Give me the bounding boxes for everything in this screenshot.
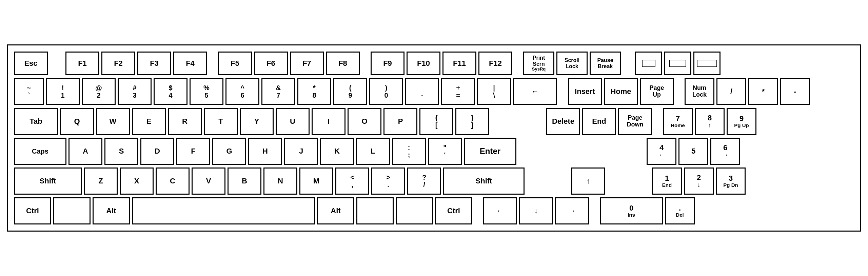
- key-comma[interactable]: < ,: [335, 167, 369, 195]
- key-o[interactable]: O: [348, 108, 381, 135]
- key-a[interactable]: A: [68, 138, 102, 165]
- key-equals[interactable]: + =: [441, 78, 475, 105]
- key-space[interactable]: [132, 197, 315, 224]
- key-end[interactable]: End: [582, 108, 616, 135]
- key-8[interactable]: * 8: [297, 78, 331, 105]
- key-z[interactable]: Z: [84, 167, 118, 195]
- key-h[interactable]: H: [248, 138, 282, 165]
- key-e[interactable]: E: [132, 108, 166, 135]
- key-left-shift[interactable]: Shift: [14, 167, 82, 195]
- key-num-5[interactable]: 5: [678, 138, 708, 165]
- key-num-9[interactable]: 9 Pg Up: [727, 108, 756, 135]
- key-left-ctrl[interactable]: Ctrl: [14, 197, 51, 224]
- key-page-up[interactable]: Page Up: [640, 78, 674, 105]
- key-period[interactable]: > .: [371, 167, 405, 195]
- key-num-8[interactable]: 8 ↑: [695, 108, 725, 135]
- key-l[interactable]: L: [356, 138, 390, 165]
- key-w[interactable]: W: [96, 108, 130, 135]
- key-num-2[interactable]: 2 ↓: [684, 167, 714, 195]
- key-tilde[interactable]: ~ `: [14, 78, 44, 105]
- key-minus[interactable]: _ -: [405, 78, 439, 105]
- key-f7[interactable]: F7: [290, 52, 324, 75]
- key-q[interactable]: Q: [60, 108, 94, 135]
- key-num-multiply[interactable]: *: [748, 78, 778, 105]
- key-scroll-lock[interactable]: Scroll Lock: [556, 52, 588, 75]
- key-1[interactable]: ! 1: [46, 78, 80, 105]
- key-backslash[interactable]: | \: [477, 78, 511, 105]
- key-insert[interactable]: Insert: [568, 78, 602, 105]
- key-caps-lock[interactable]: Caps: [14, 138, 66, 165]
- key-arrow-left[interactable]: ←: [483, 197, 517, 224]
- key-f12[interactable]: F12: [478, 52, 512, 75]
- key-page-down[interactable]: Page Down: [618, 108, 652, 135]
- key-num-1[interactable]: 1 End: [652, 167, 682, 195]
- key-left-win[interactable]: [53, 197, 91, 224]
- key-media-2[interactable]: [664, 52, 691, 75]
- key-arrow-right[interactable]: →: [555, 197, 589, 224]
- key-num-0[interactable]: 0 Ins: [600, 197, 663, 224]
- key-slash[interactable]: ? /: [407, 167, 441, 195]
- key-p[interactable]: P: [383, 108, 417, 135]
- key-f4[interactable]: F4: [173, 52, 207, 75]
- key-arrow-down[interactable]: ↓: [519, 197, 553, 224]
- key-3[interactable]: # 3: [118, 78, 152, 105]
- key-f3[interactable]: F3: [137, 52, 171, 75]
- key-v[interactable]: V: [192, 167, 225, 195]
- key-c[interactable]: C: [156, 167, 190, 195]
- key-2[interactable]: @ 2: [82, 78, 116, 105]
- key-s[interactable]: S: [104, 138, 138, 165]
- key-num-7[interactable]: 7 Home: [663, 108, 693, 135]
- key-i[interactable]: I: [312, 108, 346, 135]
- key-t[interactable]: T: [204, 108, 238, 135]
- key-semicolon[interactable]: : ;: [392, 138, 426, 165]
- key-m[interactable]: M: [299, 167, 333, 195]
- key-d[interactable]: D: [140, 138, 174, 165]
- key-f6[interactable]: F6: [254, 52, 288, 75]
- key-menu[interactable]: [396, 197, 433, 224]
- key-0[interactable]: ) 0: [369, 78, 403, 105]
- key-enter[interactable]: Enter: [464, 138, 516, 165]
- key-media-1[interactable]: [635, 52, 662, 75]
- key-f11[interactable]: F11: [442, 52, 476, 75]
- key-right-shift[interactable]: Shift: [443, 167, 525, 195]
- key-9[interactable]: ( 9: [333, 78, 367, 105]
- key-num-3[interactable]: 3 Pg Dn: [716, 167, 746, 195]
- key-close-bracket[interactable]: } ]: [455, 108, 489, 135]
- key-home[interactable]: Home: [604, 78, 638, 105]
- key-right-ctrl[interactable]: Ctrl: [435, 197, 472, 224]
- key-u[interactable]: U: [276, 108, 310, 135]
- key-7[interactable]: & 7: [261, 78, 295, 105]
- key-f1[interactable]: F1: [65, 52, 99, 75]
- key-f2[interactable]: F2: [101, 52, 135, 75]
- key-j[interactable]: J: [284, 138, 318, 165]
- key-b[interactable]: B: [228, 167, 261, 195]
- key-f8[interactable]: F8: [326, 52, 360, 75]
- key-x[interactable]: X: [120, 167, 154, 195]
- key-4[interactable]: $ 4: [154, 78, 188, 105]
- key-6[interactable]: ^ 6: [225, 78, 259, 105]
- key-media-3[interactable]: [693, 52, 721, 75]
- key-5[interactable]: % 5: [190, 78, 223, 105]
- key-left-alt[interactable]: Alt: [93, 197, 130, 224]
- key-f5[interactable]: F5: [218, 52, 252, 75]
- key-pause-break[interactable]: Pause Break: [590, 52, 621, 75]
- key-quote[interactable]: " ': [428, 138, 462, 165]
- key-g[interactable]: G: [212, 138, 246, 165]
- key-y[interactable]: Y: [240, 108, 274, 135]
- key-f[interactable]: F: [176, 138, 210, 165]
- key-open-bracket[interactable]: { [: [419, 108, 453, 135]
- key-r[interactable]: R: [168, 108, 202, 135]
- key-arrow-up[interactable]: ↑: [571, 167, 605, 195]
- key-num-slash[interactable]: /: [716, 78, 746, 105]
- key-fn[interactable]: [356, 197, 394, 224]
- key-num-dot[interactable]: . Del: [665, 197, 695, 224]
- key-backspace[interactable]: ←: [513, 78, 557, 105]
- key-num-6[interactable]: 6 →: [710, 138, 740, 165]
- key-delete[interactable]: Delete: [546, 108, 580, 135]
- key-print-screen[interactable]: Print Scrn SysRq: [523, 52, 554, 75]
- key-tab[interactable]: Tab: [14, 108, 58, 135]
- key-n[interactable]: N: [263, 167, 297, 195]
- key-num-minus[interactable]: -: [780, 78, 810, 105]
- key-k[interactable]: K: [320, 138, 354, 165]
- key-f10[interactable]: F10: [407, 52, 440, 75]
